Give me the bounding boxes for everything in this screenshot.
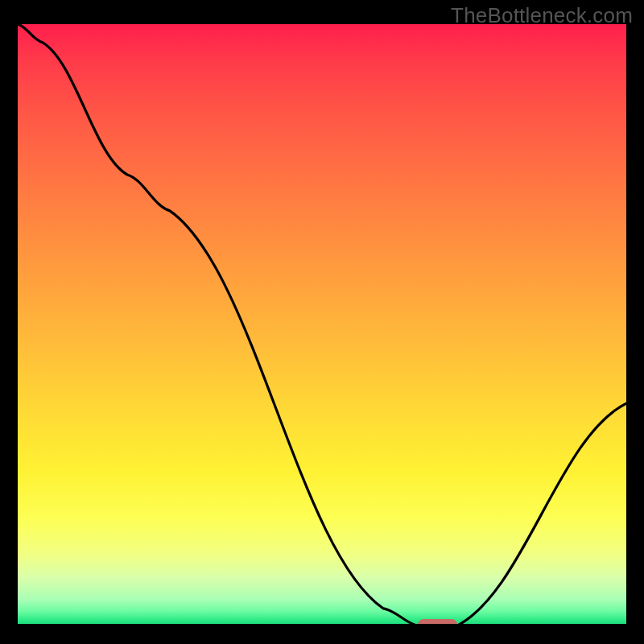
- baseline: [18, 624, 626, 626]
- plot-area: [18, 24, 626, 626]
- curve-path: [18, 24, 626, 626]
- chart-frame: TheBottleneck.com: [0, 0, 644, 644]
- bottleneck-curve: [18, 24, 626, 626]
